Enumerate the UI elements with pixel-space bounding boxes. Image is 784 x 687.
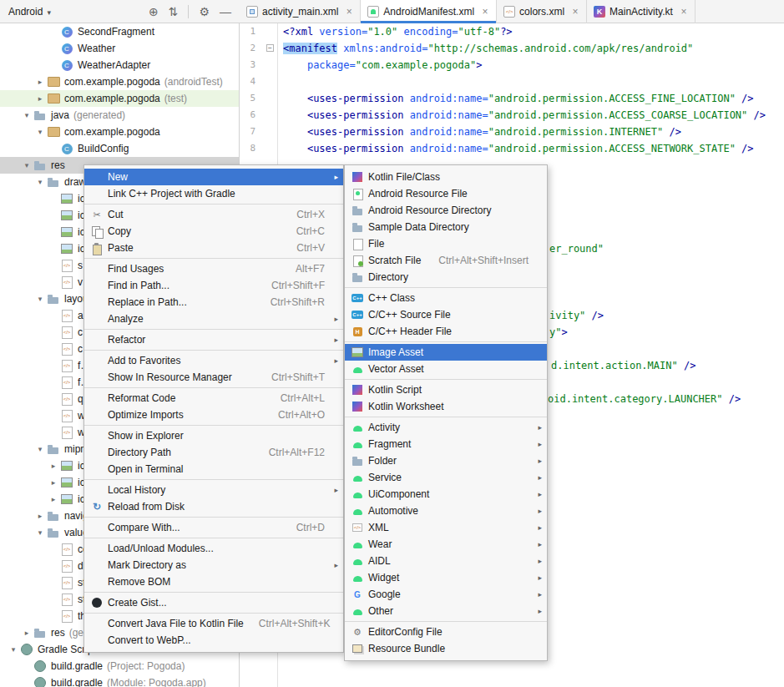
tree-item-weather[interactable]: Weather: [0, 40, 239, 57]
menu-item-replace-in-path[interactable]: Replace in Path...Ctrl+Shift+R: [84, 294, 343, 311]
menu-item-find-usages[interactable]: Find UsagesAlt+F7: [84, 260, 343, 277]
tree-item-buildconfig[interactable]: BuildConfig: [0, 140, 239, 157]
submenu-item-widget[interactable]: Widget▸: [345, 569, 547, 586]
submenu-item-c-class[interactable]: C++ Class: [345, 290, 547, 306]
hide-panel-icon[interactable]: —: [220, 6, 231, 18]
chevron-right-icon[interactable]: ▸: [20, 629, 33, 637]
chevron-down-icon[interactable]: ▾: [20, 161, 33, 169]
submenu-item-editorconfig-file[interactable]: EditorConfig File: [345, 624, 547, 640]
chevron-down-icon[interactable]: ▾: [33, 445, 47, 453]
menu-item-reload-from-disk[interactable]: Reload from Disk: [84, 498, 343, 515]
submenu-item-android-resource-directory[interactable]: Android Resource Directory: [345, 202, 547, 219]
menu-item-refactor[interactable]: Refactor▸: [84, 331, 343, 348]
submenu-item-kotlin-worksheet[interactable]: Kotlin Worksheet: [345, 398, 547, 415]
code-line: <uses-permission android:name="android.p…: [283, 140, 784, 157]
tab-androidmanifest-xml[interactable]: AndroidManifest.xml: [361, 0, 497, 23]
menu-item-label: Resource Bundle: [368, 643, 529, 654]
menu-item-convert-to-webp[interactable]: Convert to WebP...: [84, 632, 343, 649]
menu-item-copy[interactable]: CopyCtrl+C: [84, 223, 343, 240]
tab-mainactivity-kt[interactable]: MainActivity.kt: [587, 0, 695, 23]
tree-item-com-example-pogoda[interactable]: ▾com.example.pogoda: [0, 124, 239, 140]
menu-item-new[interactable]: New▸: [84, 169, 343, 185]
chevron-down-icon[interactable]: ▾: [33, 128, 47, 136]
xml-icon: [60, 609, 73, 623]
submenu-item-sample-data-directory[interactable]: Sample Data Directory: [345, 219, 547, 235]
tree-item-com-example-pogoda[interactable]: ▸com.example.pogoda(androidTest): [0, 73, 239, 90]
submenu-item-fragment[interactable]: Fragment▸: [345, 436, 547, 452]
menu-item-paste[interactable]: PasteCtrl+V: [84, 240, 343, 256]
chevron-down-icon[interactable]: ▾: [7, 645, 20, 654]
submenu-item-uicomponent[interactable]: UiComponent▸: [345, 486, 547, 503]
close-tab-icon[interactable]: [345, 6, 353, 18]
submenu-item-aidl[interactable]: AIDL▸: [345, 553, 547, 569]
kotlin-icon: [351, 384, 364, 396]
menu-item-convert-java-file-to-kotlin-file[interactable]: Convert Java File to Kotlin FileCtrl+Alt…: [84, 615, 343, 632]
submenu-item-service[interactable]: Service▸: [345, 469, 547, 486]
submenu-item-kotlin-script[interactable]: Kotlin Script: [345, 381, 547, 398]
menu-item-remove-bom[interactable]: Remove BOM: [84, 573, 343, 590]
submenu-item-google[interactable]: Google▸: [345, 586, 547, 603]
menu-item-cut[interactable]: CutCtrl+X: [84, 206, 343, 223]
menu-item-create-gist[interactable]: Create Gist...: [84, 594, 343, 611]
submenu-item-automotive[interactable]: Automotive▸: [345, 503, 547, 519]
submenu-item-xml[interactable]: XML▸: [345, 519, 547, 536]
tree-item-build-gradle[interactable]: build.gradle(Module: Pogoda.app): [0, 674, 239, 687]
close-tab-icon[interactable]: [481, 6, 489, 18]
tree-item-secondfragment[interactable]: SecondFragment: [0, 23, 239, 40]
submenu-item-kotlin-file-class[interactable]: Kotlin File/Class: [345, 169, 547, 185]
menu-item-show-in-explorer[interactable]: Show in Explorer: [84, 427, 343, 444]
chevron-right-icon[interactable]: ▸: [47, 462, 60, 470]
chevron-right-icon[interactable]: ▸: [33, 78, 47, 86]
submenu-item-scratch-file[interactable]: Scratch FileCtrl+Alt+Shift+Insert: [345, 252, 547, 269]
menu-item-local-history[interactable]: Local History▸: [84, 482, 343, 498]
close-tab-icon[interactable]: [571, 6, 579, 18]
folder-icon: [47, 442, 60, 456]
submenu-item-android-resource-file[interactable]: Android Resource File: [345, 185, 547, 202]
chevron-right-icon[interactable]: ▸: [33, 94, 47, 103]
settings-gear-icon[interactable]: ⚙: [199, 6, 210, 18]
menu-item-mark-directory-as[interactable]: Mark Directory as▸: [84, 557, 343, 573]
tab-activity-main-xml[interactable]: activity_main.xml: [240, 0, 361, 23]
submenu-item-other[interactable]: Other▸: [345, 603, 547, 619]
android-file-icon: [351, 188, 364, 200]
tree-item-java[interactable]: ▾java(generated): [0, 107, 239, 124]
collapse-all-icon[interactable]: ⇅: [169, 6, 179, 18]
menu-item-find-in-path[interactable]: Find in Path...Ctrl+Shift+F: [84, 277, 343, 294]
menu-item-optimize-imports[interactable]: Optimize ImportsCtrl+Alt+O: [84, 407, 343, 423]
chevron-right-icon[interactable]: ▸: [47, 495, 60, 503]
xml-icon: [351, 522, 364, 533]
submenu-item-wear[interactable]: Wear▸: [345, 536, 547, 553]
chevron-right-icon[interactable]: ▸: [47, 478, 60, 487]
project-view-selector[interactable]: Android: [0, 0, 59, 23]
submenu-item-activity[interactable]: Activity▸: [345, 419, 547, 436]
tab-colors-xml[interactable]: colors.xml: [497, 0, 587, 23]
menu-item-compare-with[interactable]: Compare With...Ctrl+D: [84, 519, 343, 536]
chevron-down-icon[interactable]: ▾: [33, 295, 47, 303]
submenu-item-file[interactable]: File: [345, 235, 547, 252]
menu-item-link-c-project-with-gradle[interactable]: Link C++ Project with Gradle: [84, 185, 343, 202]
tree-item-build-gradle[interactable]: build.gradle(Project: Pogoda): [0, 658, 239, 674]
chevron-down-icon[interactable]: ▾: [33, 528, 47, 537]
chevron-right-icon[interactable]: ▸: [33, 512, 47, 520]
menu-item-open-in-terminal[interactable]: Open in Terminal: [84, 461, 343, 477]
menu-item-reformat-code[interactable]: Reformat CodeCtrl+Alt+L: [84, 390, 343, 407]
submenu-item-image-asset[interactable]: Image Asset: [345, 344, 547, 361]
submenu-item-c-c-source-file[interactable]: C/C++ Source File: [345, 306, 547, 323]
submenu-item-folder[interactable]: Folder▸: [345, 452, 547, 469]
submenu-item-vector-asset[interactable]: Vector Asset: [345, 361, 547, 377]
chevron-down-icon[interactable]: ▾: [33, 178, 47, 186]
menu-item-analyze[interactable]: Analyze▸: [84, 311, 343, 327]
menu-item-add-to-favorites[interactable]: Add to Favorites▸: [84, 352, 343, 369]
submenu-item-c-c-header-file[interactable]: C/C++ Header File: [345, 323, 547, 340]
menu-item-load-unload-modules[interactable]: Load/Unload Modules...: [84, 540, 343, 557]
locate-opened-file-icon[interactable]: ⊕: [149, 6, 159, 18]
chevron-down-icon[interactable]: ▾: [20, 111, 33, 119]
submenu-item-directory[interactable]: Directory: [345, 269, 547, 285]
tree-item-com-example-pogoda[interactable]: ▸com.example.pogoda(test): [0, 90, 239, 107]
menu-item-directory-path[interactable]: Directory PathCtrl+Alt+F12: [84, 444, 343, 461]
close-tab-icon[interactable]: [680, 6, 688, 18]
submenu-item-resource-bundle[interactable]: Resource Bundle: [345, 640, 547, 657]
tree-item-weatheradapter[interactable]: WeatherAdapter: [0, 57, 239, 73]
fold-marker-icon[interactable]: [266, 44, 274, 52]
menu-item-show-in-resource-manager[interactable]: Show In Resource ManagerCtrl+Shift+T: [84, 369, 343, 386]
